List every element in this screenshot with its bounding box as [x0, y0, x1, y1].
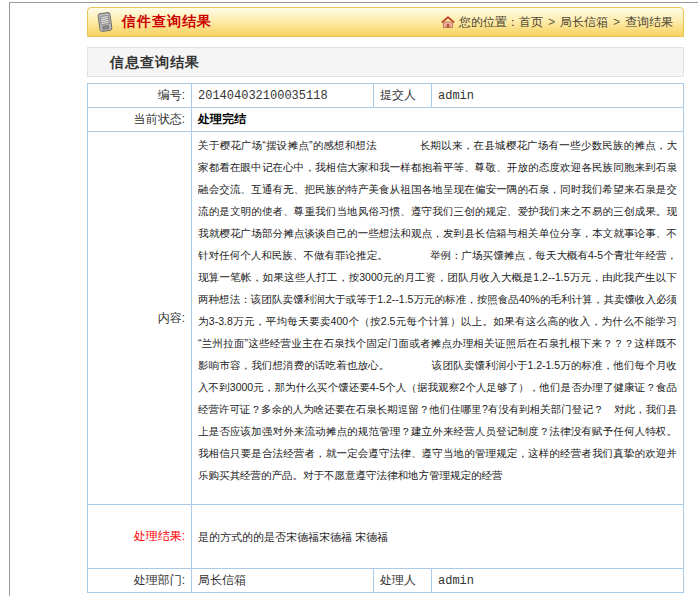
breadcrumb-prefix: 您的位置： [459, 14, 519, 31]
result-cell: 是的方式的的是否宋德福宋德福 宋德福 [192, 505, 684, 569]
breadcrumb: 您的位置： 首页 > 局长信箱 > 查询结果 [441, 14, 673, 31]
table-row: 编号: 201404032100035118 提交人 admin [88, 84, 684, 108]
content-cell: 关于樱花广场“摆设摊点”的感想和想法 长期以来，在县城樱花广场有一些少数民族的摊… [192, 132, 684, 505]
home-icon [441, 16, 455, 28]
table-row: 处理结果: 是的方式的的是否宋德福宋德福 宋德福 [88, 505, 684, 569]
letter-detail-table: 编号: 201404032100035118 提交人 admin 当前状态: 处… [87, 83, 684, 593]
table-row: 处理部门: 局长信箱 处理人 admin [88, 569, 684, 593]
department-label: 处理部门: [88, 569, 192, 593]
number-value: 201404032100035118 [192, 84, 374, 108]
status-value: 处理完结 [192, 108, 684, 132]
handler-value: admin [432, 569, 684, 593]
handler-label: 处理人 [374, 569, 432, 593]
breadcrumb-separator: > [613, 15, 620, 29]
breadcrumb-link-home[interactable]: 首页 [519, 14, 543, 31]
result-value: 是的方式的的是否宋德福宋德福 宋德福 [198, 527, 677, 547]
result-label: 处理结果: [88, 505, 192, 569]
department-value: 局长信箱 [192, 569, 374, 593]
submitter-value: admin [432, 84, 684, 108]
breadcrumb-separator: > [548, 15, 555, 29]
submitter-label: 提交人 [374, 84, 432, 108]
content-label: 内容: [88, 132, 192, 505]
mail-icon [94, 10, 116, 34]
section-title-bar: 信息查询结果 [87, 47, 684, 77]
section-title: 信息查询结果 [110, 54, 200, 70]
breadcrumb-link-query-result[interactable]: 查询结果 [625, 14, 673, 31]
number-label: 编号: [88, 84, 192, 108]
header-bar: 信件查询结果 您的位置： 首页 > 局长信箱 > 查询结果 [87, 7, 684, 37]
table-row: 内容: 关于樱花广场“摆设摊点”的感想和想法 长期以来，在县城樱花广场有一些少数… [88, 132, 684, 505]
breadcrumb-link-mailbox[interactable]: 局长信箱 [560, 14, 608, 31]
status-label: 当前状态: [88, 108, 192, 132]
page-title: 信件查询结果 [122, 13, 212, 31]
table-row: 当前状态: 处理完结 [88, 108, 684, 132]
content-value: 关于樱花广场“摆设摊点”的感想和想法 长期以来，在县城樱花广场有一些少数民族的摊… [198, 134, 677, 502]
main-column: 信件查询结果 您的位置： 首页 > 局长信箱 > 查询结果 信息查询结果 [87, 7, 684, 593]
